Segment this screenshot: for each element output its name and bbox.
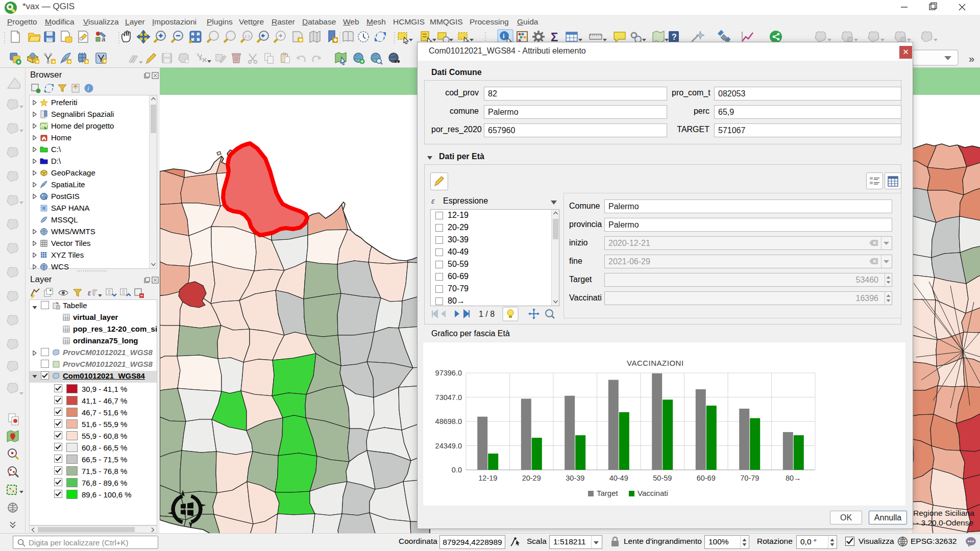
svg-text:✱: ✱ [103, 59, 107, 64]
svg-text:97396.0: 97396.0 [435, 369, 462, 377]
svg-text:Regione Siciliana: Regione Siciliana [913, 509, 974, 517]
svg-text:✱: ✱ [333, 37, 337, 43]
svg-text:1 / 8: 1 / 8 [479, 310, 495, 318]
svg-text:i: i [88, 85, 89, 92]
svg-text:ε: ε [88, 289, 91, 297]
svg-text:73047.0: 73047.0 [435, 393, 462, 402]
svg-text:70-79: 70-79 [740, 474, 759, 482]
svg-text:»: » [969, 53, 974, 64]
svg-text:40-49: 40-49 [609, 474, 628, 482]
svg-text:✱: ✱ [185, 59, 189, 64]
svg-text:✱: ✱ [52, 60, 56, 64]
svg-text:✱: ✱ [68, 60, 71, 64]
svg-text:✱: ✱ [299, 37, 303, 43]
svg-text:60-69: 60-69 [697, 474, 716, 482]
svg-text:✱: ✱ [36, 60, 39, 64]
svg-text:?: ? [672, 33, 677, 41]
svg-text:VACCINAZIONI: VACCINAZIONI [627, 359, 684, 367]
svg-text:Target: Target [597, 489, 619, 497]
svg-text:i: i [503, 32, 505, 40]
svg-text:Vaccinati: Vaccinati [638, 489, 668, 497]
svg-text:1:1: 1:1 [244, 34, 251, 39]
svg-text:48698.0: 48698.0 [435, 417, 462, 425]
svg-text:80→: 80→ [786, 474, 801, 482]
svg-text:0.0: 0.0 [452, 466, 462, 474]
svg-text:12-19: 12-19 [478, 474, 497, 482]
svg-text:30-39: 30-39 [566, 474, 584, 482]
svg-text:24349.0: 24349.0 [435, 442, 462, 450]
svg-text:50-59: 50-59 [653, 474, 672, 482]
svg-text:- 3.20.0-Odense: - 3.20.0-Odense [916, 518, 973, 527]
svg-text:✱: ✱ [85, 60, 89, 64]
svg-text:20-29: 20-29 [522, 474, 541, 482]
